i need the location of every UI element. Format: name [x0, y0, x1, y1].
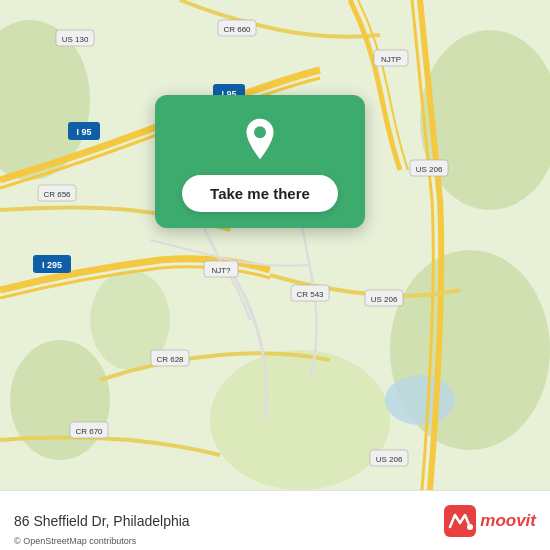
svg-point-4: [10, 340, 110, 460]
svg-text:US 206: US 206: [416, 165, 443, 174]
svg-point-39: [467, 524, 473, 530]
svg-text:US 206: US 206: [371, 295, 398, 304]
copyright-text: © OpenStreetMap contributors: [14, 536, 136, 546]
svg-text:US 206: US 206: [376, 455, 403, 464]
svg-text:CR 660: CR 660: [223, 25, 251, 34]
svg-point-7: [385, 375, 455, 425]
svg-text:CR 670: CR 670: [75, 427, 103, 436]
address-text: 86 Sheffield Dr, Philadelphia: [14, 513, 444, 529]
map-container: I 95 I 95 I 295 CR 656 CR 660 CR 628 CR …: [0, 0, 550, 490]
location-pin-icon: [238, 117, 282, 161]
popup-card[interactable]: Take me there: [155, 95, 365, 228]
svg-text:CR 628: CR 628: [156, 355, 184, 364]
bottom-bar: 86 Sheffield Dr, Philadelphia moovit © O…: [0, 490, 550, 550]
svg-text:I 295: I 295: [42, 260, 62, 270]
svg-text:I 95: I 95: [76, 127, 91, 137]
svg-text:CR 656: CR 656: [43, 190, 71, 199]
moovit-logo: moovit: [444, 505, 536, 537]
svg-text:NJT?: NJT?: [211, 266, 231, 275]
svg-text:CR 543: CR 543: [296, 290, 324, 299]
svg-text:US 130: US 130: [62, 35, 89, 44]
map-svg: I 95 I 95 I 295 CR 656 CR 660 CR 628 CR …: [0, 0, 550, 490]
svg-text:NJTP: NJTP: [381, 55, 401, 64]
moovit-text: moovit: [480, 511, 536, 531]
moovit-icon: [444, 505, 476, 537]
svg-point-37: [254, 126, 266, 138]
svg-point-5: [210, 350, 390, 490]
take-me-there-button[interactable]: Take me there: [182, 175, 338, 212]
